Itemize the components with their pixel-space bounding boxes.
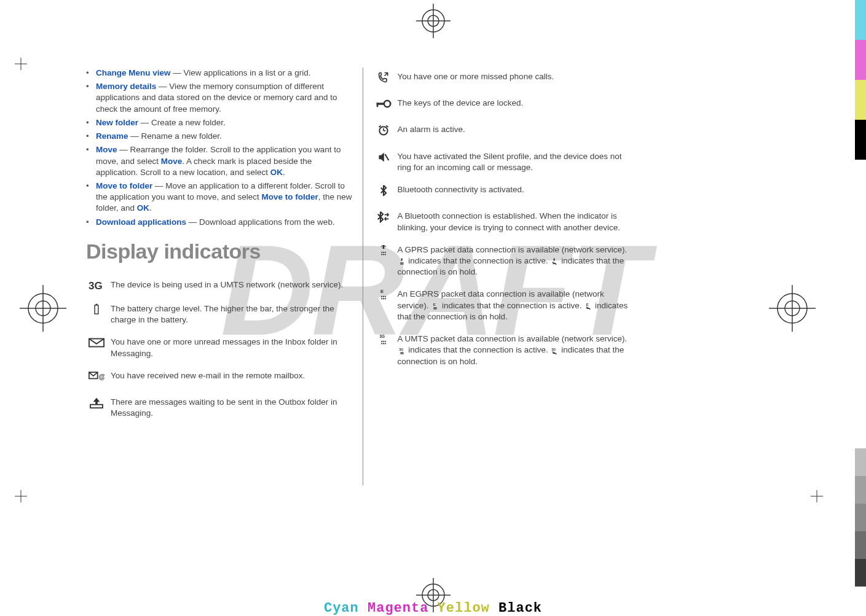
desc-text: A GPRS packet data connection is availab… <box>398 245 628 254</box>
menu-link: OK <box>270 168 283 177</box>
indicator-row: You have one or more unread messages in … <box>86 333 353 366</box>
menu-item: Move to folder — Move an application to … <box>86 181 353 214</box>
left-column: Change Menu view — View applications in … <box>80 68 359 485</box>
egprs-icon: E <box>376 289 392 301</box>
svg-point-55 <box>382 298 384 300</box>
menu-link: Move to folder <box>261 192 318 201</box>
key-lock-icon <box>376 98 392 110</box>
indicator-row: 3G The device is being used in a UMTS ne… <box>86 276 353 300</box>
indicator-row: 3G A UMTS packet data connection is avai… <box>373 330 640 375</box>
indicators-table-right: You have one or more missed phone calls.… <box>373 68 640 375</box>
svg-point-65 <box>382 341 384 342</box>
envelope-icon <box>89 337 104 349</box>
indicator-desc: An EGPRS packet data connection is avail… <box>395 285 640 330</box>
menu-options-list: Change Menu view — View applications in … <box>86 68 353 228</box>
svg-point-53 <box>384 296 385 297</box>
menu-item: New folder — Create a new folder. <box>86 117 353 128</box>
indicator-desc: The keys of the device are locked. <box>395 94 640 120</box>
color-bar-cmyk <box>855 0 866 160</box>
indicator-row: There are messages waiting to be sent in… <box>86 393 353 426</box>
cmyk-cyan: Cyan <box>324 601 359 616</box>
menu-body: . <box>283 168 285 177</box>
cmyk-magenta: Magenta <box>368 601 428 616</box>
svg-point-40 <box>384 252 385 253</box>
cmyk-footer: Cyan Magenta Yellow Black <box>324 601 542 616</box>
crop-mark-bottom-right <box>811 490 823 502</box>
svg-line-36 <box>385 154 388 160</box>
indicator-desc: Bluetooth connectivity is activated. <box>395 181 640 207</box>
indicator-row: A Bluetooth connection is established. W… <box>373 207 640 240</box>
svg-rect-47 <box>554 259 555 261</box>
3g-icon: 3G <box>89 279 104 292</box>
indicator-desc: You have activated the Silent profile, a… <box>395 147 640 181</box>
svg-point-68 <box>382 343 384 344</box>
battery-icon <box>89 303 104 316</box>
menu-link: New folder <box>96 118 138 127</box>
menu-link: Rename <box>96 131 128 141</box>
bluetooth-icon <box>376 184 392 197</box>
egprs-active-icon: E <box>431 302 439 310</box>
svg-point-41 <box>381 254 382 255</box>
svg-point-66 <box>384 341 385 342</box>
indicator-desc: There are messages waiting to be sent in… <box>108 393 353 426</box>
menu-link: OK <box>137 203 149 212</box>
svg-point-56 <box>384 298 385 300</box>
umts-active-icon: 3G <box>398 347 406 354</box>
menu-item: Download applications — Download applica… <box>86 217 353 228</box>
svg-point-39 <box>382 252 384 253</box>
gprs-hold-icon <box>550 257 559 265</box>
registration-mark-top <box>415 2 452 39</box>
indicator-desc: A UMTS packet data connection is availab… <box>395 330 640 375</box>
menu-item: Rename — Rename a new folder. <box>86 131 353 142</box>
desc-text: A UMTS packet data connection is availab… <box>398 334 628 343</box>
svg-text:E: E <box>586 303 589 306</box>
menu-link: Download applications <box>96 217 186 227</box>
egprs-hold-icon: E <box>584 302 592 310</box>
crop-mark-bottom-left <box>15 490 27 502</box>
svg-text:3G: 3G <box>379 334 385 338</box>
indicator-row: A GPRS packet data connection is availab… <box>373 241 640 286</box>
svg-point-38 <box>381 252 382 253</box>
indicator-row: Bluetooth connectivity is activated. <box>373 181 640 207</box>
outbox-icon <box>89 397 104 409</box>
gprs-icon <box>376 244 392 257</box>
indicator-desc: The device is being used in a UMTS netwo… <box>108 276 353 300</box>
svg-point-52 <box>382 296 384 297</box>
indicator-desc: A GPRS packet data connection is availab… <box>395 241 640 286</box>
right-column: You have one or more missed phone calls.… <box>367 68 646 485</box>
indicator-row: The battery charge level. The higher the… <box>86 300 353 333</box>
registration-mark-right <box>768 284 817 333</box>
menu-item: Move — Rearrange the folder. Scroll to t… <box>86 144 353 178</box>
indicator-row: E An EGPRS packet data connection is ava… <box>373 285 640 330</box>
svg-point-64 <box>381 341 382 342</box>
cmyk-black: Black <box>498 601 542 616</box>
menu-link: Move <box>161 157 183 166</box>
menu-link: Move to folder <box>96 181 152 190</box>
svg-text:@: @ <box>98 373 104 380</box>
silent-icon <box>376 151 392 163</box>
svg-point-51 <box>381 296 382 297</box>
svg-line-35 <box>386 126 388 128</box>
crop-mark-top-left <box>15 58 27 70</box>
svg-line-34 <box>379 126 380 128</box>
menu-body: — View applications in a list or a grid. <box>171 68 311 77</box>
menu-body: — Download applications from the web. <box>186 217 335 227</box>
menu-item: Memory details — View the memory consump… <box>86 81 353 115</box>
menu-link: Memory details <box>96 82 156 91</box>
bluetooth-connected-icon <box>376 211 392 223</box>
indicator-desc: A Bluetooth connection is established. W… <box>395 207 640 240</box>
indicator-desc: You have one or more unread messages in … <box>108 333 353 366</box>
svg-rect-22 <box>95 305 98 314</box>
svg-text:E: E <box>380 289 384 295</box>
svg-line-48 <box>553 262 557 265</box>
menu-item: Change Menu view — View applications in … <box>86 68 353 79</box>
svg-line-61 <box>586 307 591 310</box>
umts-icon: 3G <box>376 333 392 346</box>
missed-call-icon <box>376 71 392 84</box>
svg-point-28 <box>384 101 390 107</box>
desc-text: indicates that the connection is active. <box>408 256 550 265</box>
menu-link: Change Menu view <box>96 68 171 77</box>
svg-point-43 <box>384 254 385 255</box>
svg-text:E: E <box>433 303 436 306</box>
svg-text:3G: 3G <box>399 348 403 351</box>
